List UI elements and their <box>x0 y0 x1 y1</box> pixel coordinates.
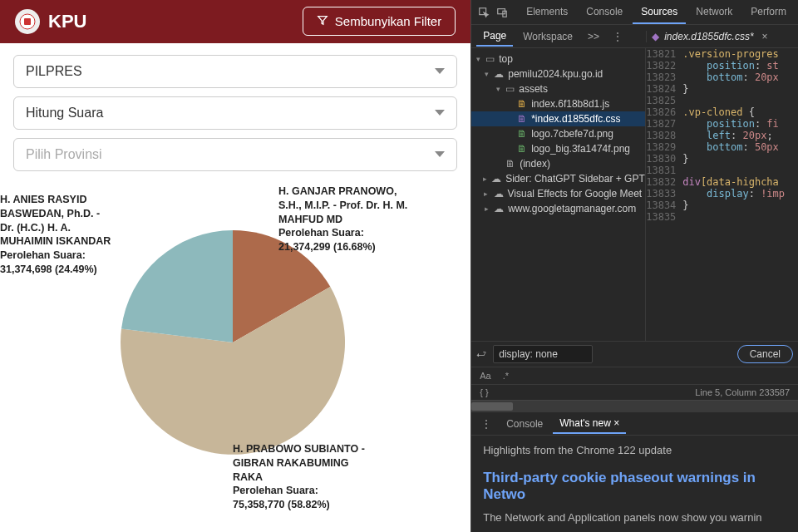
tree-js-file[interactable]: 🗎index.6f18b8d1.js <box>471 96 645 111</box>
pie-slice-anies[interactable] <box>121 230 233 342</box>
search-options-row: Aa .* <box>471 367 798 384</box>
election-select-value: PILPRES <box>26 64 82 79</box>
province-select-placeholder: Pilih Provinsi <box>26 147 102 162</box>
whatsnew-highlights: Highlights from the Chrome 122 update <box>483 444 786 456</box>
tree-assets[interactable]: ▾▭assets <box>471 81 645 96</box>
pie-chart: H. ANIES RASYID BASWEDAN, Ph.D. - Dr. (H… <box>0 185 470 532</box>
open-file-tab[interactable]: ◆ index.d1855dfc.css* × <box>646 31 771 42</box>
devtools-panel: Elements Console Sources Network Perform… <box>470 0 798 532</box>
subtab-workspace[interactable]: Workspace <box>516 27 579 46</box>
sources-subtoolbar: Page Workspace >> ⋮ ◆ index.d1855dfc.css… <box>471 25 798 48</box>
replace-toggle-icon[interactable]: ⮐ <box>476 348 486 360</box>
pie-label-prabowo: H. PRABOWO SUBIANTO - GIBRAN RAKABUMING … <box>233 442 366 512</box>
filter-icon <box>317 14 328 28</box>
tab-elements[interactable]: Elements <box>518 1 576 24</box>
chevron-down-icon <box>435 68 445 74</box>
app-header: KPU Sembunyikan Filter <box>0 0 470 43</box>
code-editor[interactable]: 13821.version-progres 13822 position: st… <box>646 48 798 341</box>
drawer-tabs: ⋮ Console What's new × <box>471 412 798 436</box>
cancel-button[interactable]: Cancel <box>737 345 793 363</box>
election-select[interactable]: PILPRES <box>13 55 457 88</box>
kpu-logo <box>15 9 40 34</box>
drawer-kebab-icon[interactable]: ⋮ <box>476 418 496 430</box>
chevron-down-icon <box>435 110 445 116</box>
pie-chart-svg <box>116 226 349 459</box>
scrollbar-thumb[interactable] <box>471 402 513 411</box>
search-input[interactable] <box>493 345 593 363</box>
tab-console[interactable]: Console <box>578 1 631 24</box>
tree-css-file[interactable]: 🗎*index.d1855dfc.css <box>471 111 645 126</box>
inspect-icon[interactable] <box>475 3 493 22</box>
count-select-value: Hitung Suara <box>26 106 103 121</box>
drawer-tab-console[interactable]: Console <box>500 415 549 433</box>
bracket-icon[interactable]: { } <box>480 387 488 397</box>
close-icon[interactable]: × <box>613 417 619 429</box>
devtools-main-tabs: Elements Console Sources Network Perform <box>518 1 795 24</box>
province-select[interactable]: Pilih Provinsi <box>13 138 457 171</box>
drawer-body: Highlights from the Chrome 122 update Th… <box>471 436 798 532</box>
tree-index[interactable]: 🗎(index) <box>471 156 645 171</box>
subtab-more[interactable]: >> <box>583 31 604 42</box>
file-tree: ▾▭top ▾☁pemilu2024.kpu.go.id ▾▭assets 🗎i… <box>471 48 646 341</box>
count-select[interactable]: Hitung Suara <box>13 96 457 130</box>
devtools-drawer: ⋮ Console What's new × Highlights from t… <box>471 411 798 532</box>
tab-performance[interactable]: Perform <box>742 1 795 24</box>
sources-main: ▾▭top ▾☁pemilu2024.kpu.go.id ▾▭assets 🗎i… <box>471 48 798 341</box>
whatsnew-body: The Network and Application panels now s… <box>483 511 786 524</box>
chevron-down-icon <box>435 151 445 157</box>
devtools-toolbar: Elements Console Sources Network Perform <box>471 0 798 25</box>
tree-ext1[interactable]: ▸☁Sider: ChatGPT Sidebar + GPT <box>471 171 645 186</box>
device-toggle-icon[interactable] <box>493 3 511 22</box>
css-file-icon: ◆ <box>652 31 659 42</box>
match-case-toggle[interactable]: Aa <box>480 371 490 381</box>
editor-status: { } Line 5, Column 233587 <box>471 384 798 400</box>
tab-sources[interactable]: Sources <box>633 1 686 24</box>
tab-network[interactable]: Network <box>687 1 741 24</box>
kebab-icon[interactable]: ⋮ <box>608 31 628 42</box>
app-panel: KPU Sembunyikan Filter PILPRES Hitung Su… <box>0 0 470 532</box>
pie-label-anies: H. ANIES RASYID BASWEDAN, Ph.D. - Dr. (H… <box>0 193 116 277</box>
pie-label-ganjar: H. GANJAR PRANOWO, S.H., M.I.P. - Prof. … <box>278 185 411 254</box>
drawer-tab-whatsnew[interactable]: What's new × <box>553 414 626 434</box>
cursor-position: Line 5, Column 233587 <box>695 387 790 397</box>
app-title: KPU <box>48 11 303 32</box>
tree-img1[interactable]: 🗎logo.7cbefe7d.png <box>471 126 645 141</box>
whatsnew-headline[interactable]: Third-party cookie phaseout warnings in … <box>483 470 786 503</box>
regex-toggle[interactable]: .* <box>503 371 509 381</box>
tree-top[interactable]: ▾▭top <box>471 52 645 66</box>
svg-rect-1 <box>24 18 31 25</box>
subtab-page[interactable]: Page <box>476 27 513 47</box>
tree-ext2[interactable]: ▸☁Visual Effects for Google Meet <box>471 186 645 201</box>
close-icon[interactable]: × <box>759 31 771 42</box>
tree-img2[interactable]: 🗎logo_big.3fa1474f.png <box>471 141 645 156</box>
filters-section: PILPRES Hitung Suara Pilih Provinsi <box>0 43 470 185</box>
open-file-name: index.d1855dfc.css* <box>664 31 753 42</box>
editor-search-bar: ⮐ Cancel <box>471 341 798 367</box>
filter-button-label: Sembunyikan Filter <box>335 14 441 28</box>
toggle-filter-button[interactable]: Sembunyikan Filter <box>303 7 456 36</box>
tree-domain[interactable]: ▾☁pemilu2024.kpu.go.id <box>471 66 645 81</box>
tree-ext3[interactable]: ▸☁www.googletagmanager.com <box>471 201 645 216</box>
horizontal-scrollbar[interactable] <box>471 400 798 411</box>
